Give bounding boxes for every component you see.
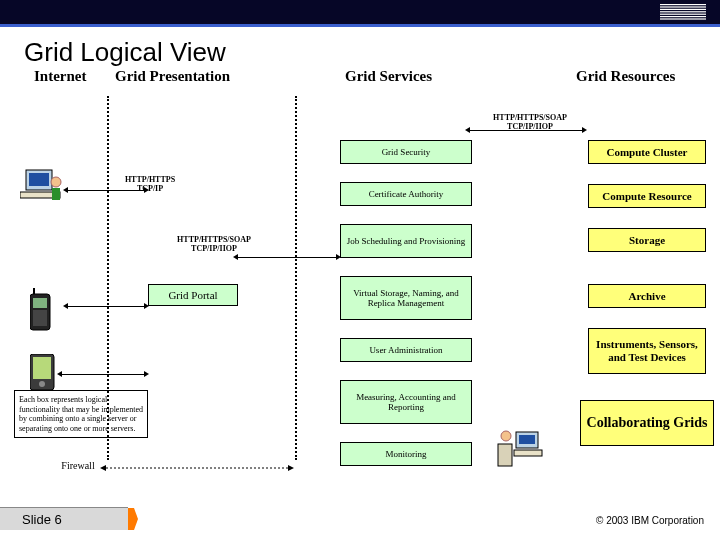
ibm-logo-icon	[660, 4, 706, 20]
arrow-portal-services	[238, 257, 336, 258]
svg-rect-3	[660, 11, 706, 12]
svg-rect-14	[33, 310, 47, 326]
firewall-line-right	[295, 96, 297, 460]
arrow-pda-portal	[62, 374, 144, 375]
header-resources: Grid Resources	[576, 68, 675, 85]
protocol-label-3: HTTP/HTTPS/SOAP TCP/IP/IIOP	[484, 114, 576, 132]
svg-rect-19	[498, 444, 512, 466]
copyright: © 2003 IBM Corporation	[596, 515, 704, 526]
workstation-icon	[20, 168, 64, 210]
mobile-phone-icon	[30, 288, 52, 332]
svg-rect-1	[660, 6, 706, 7]
protocol-label-2: HTTP/HTTPS/SOAP TCP/IP/IIOP	[168, 236, 260, 254]
arrow-services-resources	[470, 130, 582, 131]
resource-compute: Compute Resource	[588, 184, 706, 208]
firewall-label-left: Firewall	[50, 460, 106, 471]
svg-rect-8	[29, 173, 49, 186]
server-desk-icon	[496, 430, 546, 470]
slide-chevron-icon	[128, 508, 138, 530]
svg-point-18	[39, 381, 45, 387]
service-measuring: Measuring, Accounting and Reporting	[340, 380, 472, 424]
service-monitoring: Monitoring	[340, 442, 472, 466]
arrow-phone-portal	[68, 306, 144, 307]
resource-storage: Storage	[588, 228, 706, 252]
grid-portal-box: Grid Portal	[148, 284, 238, 306]
resource-instruments: Instruments, Sensors, and Test Devices	[588, 328, 706, 374]
diagram-canvas: HTTP/HTTPS TCP/IP HTTP/HTTPS/SOAP TCP/IP…	[0, 90, 720, 500]
header-internet: Internet	[34, 68, 87, 85]
svg-rect-13	[33, 298, 47, 308]
service-virtual-storage: Virtual Storage, Naming, and Replica Man…	[340, 276, 472, 320]
firewall-pointer-icon	[100, 464, 300, 474]
top-bar	[0, 0, 720, 24]
svg-rect-21	[519, 435, 535, 444]
arrow-client-portal	[68, 190, 144, 191]
svg-rect-5	[660, 16, 706, 17]
slide-number: Slide 6	[0, 512, 62, 527]
service-job-scheduling: Job Scheduling and Provisioning	[340, 224, 472, 258]
pda-icon	[30, 354, 56, 394]
svg-point-10	[51, 177, 61, 187]
svg-rect-0	[660, 4, 706, 5]
svg-rect-22	[514, 450, 542, 456]
slide-indicator: Slide 6	[0, 507, 128, 530]
svg-marker-25	[100, 465, 106, 471]
service-cert-authority: Certificate Authority	[340, 182, 472, 206]
header-services: Grid Services	[345, 68, 432, 85]
svg-marker-26	[288, 465, 294, 471]
explanation-note: Each box represents logical functionalit…	[14, 390, 148, 438]
svg-rect-17	[33, 357, 51, 379]
svg-point-23	[501, 431, 511, 441]
svg-rect-4	[660, 14, 706, 15]
footer: Slide 6 © 2003 IBM Corporation	[0, 505, 720, 540]
resource-compute-cluster: Compute Cluster	[588, 140, 706, 164]
service-grid-security: Grid Security	[340, 140, 472, 164]
resource-collaborating-grids: Collaborating Grids	[580, 400, 714, 446]
resource-archive: Archive	[588, 284, 706, 308]
svg-rect-6	[660, 18, 706, 19]
svg-rect-2	[660, 9, 706, 10]
service-user-admin: User Administration	[340, 338, 472, 362]
page-title: Grid Logical View	[0, 27, 720, 74]
svg-rect-11	[52, 188, 60, 200]
header-presentation: Grid Presentation	[115, 68, 230, 85]
